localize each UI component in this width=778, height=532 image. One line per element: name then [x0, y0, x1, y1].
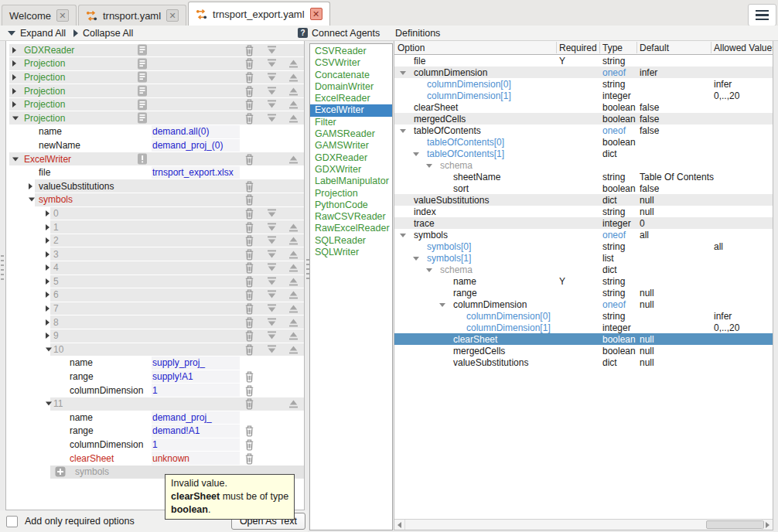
tree-row[interactable]: filetrnsport_export.xlsx — [6, 165, 304, 179]
definition-row[interactable]: sheetNamestringTable Of Contents — [394, 171, 773, 182]
move-down-icon[interactable] — [265, 316, 278, 329]
agent-item-csvwriter[interactable]: CSVWriter — [310, 57, 392, 69]
expander-icon[interactable] — [400, 129, 406, 133]
move-down-icon[interactable] — [265, 275, 278, 288]
move-up-icon[interactable] — [287, 275, 299, 288]
agent-item-gdxreader[interactable]: GDXReader — [310, 152, 392, 164]
definition-row[interactable]: symbolsoneofall — [394, 229, 773, 240]
agent-item-excelreader[interactable]: ExcelReader — [310, 93, 392, 104]
definition-row[interactable]: schema — [394, 159, 773, 171]
expander-icon[interactable] — [413, 152, 419, 156]
trash-icon[interactable] — [243, 112, 255, 124]
trash-icon[interactable] — [243, 71, 255, 84]
trash-icon[interactable] — [243, 85, 255, 97]
tree-row[interactable]: Projection — [6, 97, 304, 111]
move-up-icon[interactable] — [287, 248, 299, 261]
move-up-icon[interactable] — [287, 71, 299, 84]
move-up-icon[interactable] — [287, 397, 299, 410]
column-header-option[interactable]: Option — [398, 43, 425, 53]
move-down-icon[interactable] — [265, 248, 278, 261]
tree-row[interactable]: columnDimension1 — [6, 384, 304, 397]
definition-row[interactable]: indexstringnull — [394, 206, 773, 217]
trash-icon[interactable] — [243, 452, 255, 465]
expander-icon[interactable] — [426, 164, 432, 168]
definition-row[interactable]: traceinteger0 — [394, 217, 773, 229]
definition-row[interactable]: clearSheetbooleannull — [394, 333, 773, 345]
trash-icon[interactable] — [243, 302, 255, 315]
move-down-icon[interactable] — [265, 261, 278, 274]
tree-row[interactable]: 11 — [6, 397, 304, 411]
definition-row[interactable]: columnDimension[1]integer0,..,20 — [394, 322, 773, 333]
move-down-icon[interactable] — [265, 288, 278, 301]
expander-icon[interactable] — [46, 402, 52, 406]
column-separator[interactable] — [599, 42, 600, 53]
expander-icon[interactable] — [12, 116, 19, 120]
tree-row[interactable]: 4 — [6, 261, 304, 275]
definition-row[interactable]: clearSheetbooleanfalse — [394, 101, 773, 113]
column-separator[interactable] — [556, 42, 557, 53]
tree-row[interactable]: 1 — [6, 220, 304, 234]
trash-icon[interactable] — [243, 180, 255, 193]
expand-all-button[interactable]: Expand All — [8, 28, 66, 39]
column-header-allowed-values[interactable]: Allowed Values — [714, 43, 773, 53]
tab-trnsport-yaml[interactable]: trnsport.yaml✕ — [78, 5, 186, 26]
trash-icon[interactable] — [243, 343, 255, 356]
expander-icon[interactable] — [12, 157, 19, 161]
tree-row-value[interactable]: demand_proj_(0) — [152, 140, 223, 151]
expander-icon[interactable] — [46, 347, 52, 351]
expander-icon[interactable] — [439, 303, 445, 307]
trash-icon[interactable] — [243, 153, 255, 165]
tree-row[interactable]: Projection — [6, 57, 304, 71]
agent-item-pythoncode[interactable]: PythonCode — [310, 200, 392, 211]
horizontal-scrollbar[interactable] — [394, 519, 773, 530]
tree-row[interactable]: 3 — [6, 247, 304, 261]
trash-icon[interactable] — [243, 98, 255, 111]
definition-row[interactable]: columnDimensiononeofinfer — [394, 66, 773, 78]
definition-row[interactable]: fileYstring — [394, 55, 773, 66]
tree-row[interactable]: 6 — [6, 288, 304, 302]
add-required-options-checkbox[interactable] — [6, 516, 18, 527]
move-down-icon[interactable] — [265, 302, 278, 315]
expander-icon[interactable] — [46, 332, 49, 339]
expander-icon[interactable] — [46, 237, 49, 244]
trash-icon[interactable] — [243, 275, 255, 288]
document-icon[interactable] — [136, 85, 148, 97]
definition-row[interactable]: symbols[1]list — [394, 252, 773, 264]
expander-icon[interactable] — [400, 71, 406, 75]
plus-icon[interactable] — [54, 466, 67, 478]
tab-trnsport-export-yaml[interactable]: trnsport_export.yaml✕ — [188, 2, 330, 26]
tree-row[interactable]: 2 — [6, 234, 304, 247]
trash-icon[interactable] — [243, 207, 255, 220]
agent-item-gamsreader[interactable]: GAMSReader — [310, 128, 392, 140]
tree-row[interactable]: namesupply_proj_ — [6, 356, 304, 370]
move-down-icon[interactable] — [265, 71, 278, 84]
definition-row[interactable]: columnDimensiononeofnull — [394, 298, 773, 310]
document-icon[interactable] — [136, 57, 148, 70]
expander-icon[interactable] — [400, 234, 406, 237]
tree-row[interactable]: 8 — [6, 315, 304, 329]
tree-row-value[interactable]: supply!A1 — [152, 371, 193, 382]
move-down-icon[interactable] — [265, 207, 278, 220]
move-up-icon[interactable] — [287, 288, 299, 301]
expander-icon[interactable] — [46, 278, 49, 285]
move-up-icon[interactable] — [287, 302, 299, 315]
trash-icon[interactable] — [243, 397, 255, 410]
expander-icon[interactable] — [12, 60, 16, 66]
definition-row[interactable]: schemadict — [394, 264, 773, 275]
document-icon[interactable] — [136, 112, 148, 124]
agent-item-filter[interactable]: Filter — [310, 117, 392, 128]
move-up-icon[interactable] — [287, 234, 299, 247]
tree-row[interactable]: 10 — [6, 343, 304, 356]
move-up-icon[interactable] — [287, 112, 299, 124]
tree-row[interactable]: 7 — [6, 302, 304, 315]
collapse-all-button[interactable]: Collapse All — [73, 28, 133, 39]
tree-row-value[interactable]: unknown — [152, 453, 189, 464]
definition-row[interactable]: sortbooleanfalse — [394, 182, 773, 194]
agent-item-rawexcelreader[interactable]: RawExcelReader — [310, 223, 392, 234]
move-down-icon[interactable] — [265, 112, 278, 124]
tree-row-value[interactable]: 1 — [152, 385, 158, 396]
agent-item-concatenate[interactable]: Concatenate — [310, 70, 392, 81]
agent-item-rawcsvreader[interactable]: RawCSVReader — [310, 211, 392, 223]
definition-row[interactable]: columnDimension[1]integer0,..,20 — [394, 90, 773, 101]
tree-row[interactable]: rangedemand!A1 — [6, 425, 304, 438]
